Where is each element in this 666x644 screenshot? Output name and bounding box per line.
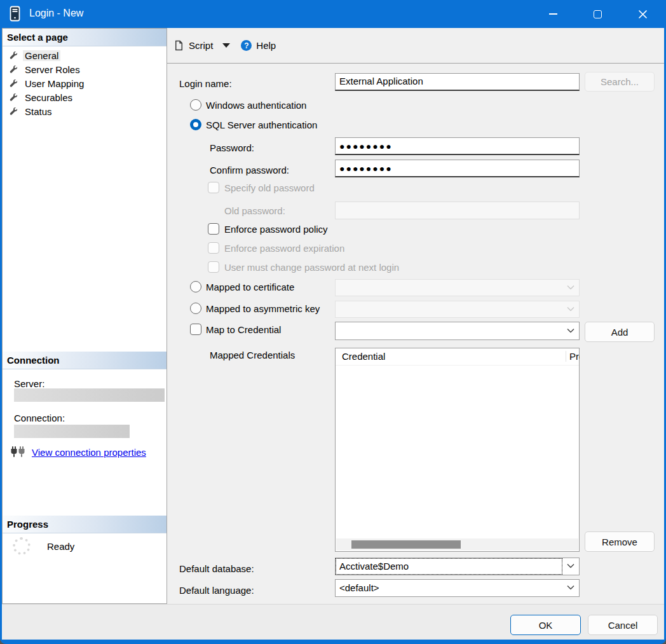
old-password-label: Old password:	[224, 205, 285, 216]
asymmetric-key-select[interactable]	[335, 301, 580, 318]
toolbar: Script ? Help	[167, 28, 664, 64]
maximize-button[interactable]	[583, 0, 612, 28]
cancel-button[interactable]: Cancel	[588, 615, 658, 635]
sidebar-item-status[interactable]: Status	[3, 104, 166, 118]
sql-server-authentication-radio[interactable]	[190, 119, 201, 130]
scrollbar-thumb[interactable]	[351, 540, 461, 549]
horizontal-scrollbar[interactable]	[336, 538, 578, 551]
mapped-to-asymmetric-key-radio[interactable]	[190, 303, 201, 314]
connection-value-redacted	[14, 425, 130, 438]
mapped-credentials-label: Mapped Credentials	[210, 350, 295, 360]
mapped-to-asymmetric-key-label: Mapped to asymmetric key	[206, 303, 320, 314]
minimize-button[interactable]	[538, 0, 567, 28]
windows-authentication-label: Windows authentication	[206, 100, 306, 111]
maximize-icon	[594, 10, 602, 18]
chevron-down-icon	[567, 563, 574, 569]
progress-header: Progress	[3, 516, 166, 533]
password-label: Password:	[210, 142, 254, 153]
confirm-password-label: Confirm password:	[210, 165, 289, 175]
enforce-password-expiration-checkbox[interactable]	[208, 242, 219, 254]
sidebar-item-general[interactable]: General	[3, 48, 166, 62]
sidebar-item-label: Status	[23, 106, 54, 117]
progress-status: Ready	[47, 541, 74, 552]
chevron-down-icon	[567, 306, 574, 312]
provider-column-header[interactable]: Pro	[566, 351, 580, 362]
default-database-label: Default database:	[179, 563, 254, 574]
server-label: Server:	[14, 378, 44, 389]
old-password-input[interactable]	[335, 202, 580, 219]
ok-button[interactable]: OK	[510, 615, 581, 635]
sidebar-item-label: Server Roles	[23, 64, 82, 75]
windows-authentication-radio[interactable]	[190, 99, 201, 111]
add-button[interactable]: Add	[585, 322, 655, 342]
default-database-select[interactable]: Acctivate$Demo	[335, 558, 580, 575]
search-button[interactable]: Search...	[585, 72, 655, 92]
minimize-icon	[549, 13, 557, 15]
close-button[interactable]	[628, 0, 657, 28]
chevron-down-icon	[567, 328, 574, 334]
chevron-down-icon	[567, 285, 574, 291]
sidebar-item-securables[interactable]: Securables	[3, 90, 166, 104]
script-icon	[173, 40, 184, 51]
connection-properties-icon	[10, 446, 25, 460]
wrench-icon	[9, 107, 18, 116]
mapped-to-certificate-radio[interactable]	[190, 281, 201, 292]
credential-select[interactable]	[335, 322, 580, 340]
sql-server-authentication-label: SQL Server authentication	[206, 120, 317, 130]
enforce-password-expiration-label: Enforce password expiration	[224, 243, 344, 254]
sidebar-item-label: User Mapping	[23, 78, 86, 89]
sidebar-item-server-roles[interactable]: Server Roles	[3, 62, 166, 76]
credentials-list-header: Credential Pro	[336, 348, 579, 366]
remove-button[interactable]: Remove	[585, 531, 655, 552]
view-connection-properties-link[interactable]: View connection properties	[32, 447, 146, 458]
specify-old-password-checkbox[interactable]	[208, 182, 219, 193]
map-to-credential-checkbox[interactable]	[190, 324, 201, 335]
progress-spinner-icon	[13, 537, 31, 555]
select-a-page-header: Select a page	[3, 29, 166, 46]
connection-label: Connection:	[14, 413, 65, 423]
script-button[interactable]: Script	[189, 40, 213, 51]
specify-old-password-label: Specify old password	[224, 182, 315, 193]
sidebar: Select a page General Server Roles User …	[2, 28, 167, 604]
login-new-dialog: Login - New Select a page General Server…	[0, 0, 666, 644]
titlebar: Login - New	[0, 0, 666, 28]
server-value-redacted	[14, 388, 165, 402]
login-name-input[interactable]: External Application	[335, 73, 580, 91]
user-must-change-password-checkbox[interactable]	[208, 261, 219, 273]
map-to-credential-label: Map to Credential	[206, 324, 281, 335]
sidebar-item-user-mapping[interactable]: User Mapping	[3, 76, 166, 90]
default-language-label: Default language:	[179, 585, 254, 596]
main-content: Script ? Help Login name: External Appli…	[167, 28, 664, 604]
script-dropdown-icon[interactable]	[222, 43, 230, 48]
default-language-select[interactable]: <default>	[335, 579, 580, 597]
mapped-to-certificate-label: Mapped to certificate	[206, 282, 294, 292]
help-button[interactable]: Help	[256, 40, 276, 51]
user-must-change-password-label: User must change password at next login	[224, 262, 399, 273]
wrench-icon	[9, 93, 18, 102]
confirm-password-input[interactable]: ●●●●●●●●	[335, 160, 580, 177]
sidebar-item-label: Securables	[23, 92, 74, 103]
close-icon	[638, 10, 648, 19]
help-icon: ?	[241, 40, 252, 51]
wrench-icon	[9, 79, 18, 88]
server-login-icon	[8, 6, 22, 24]
certificate-select[interactable]	[335, 279, 580, 296]
credential-column-header[interactable]: Credential	[342, 351, 385, 362]
mapped-credentials-list[interactable]: Credential Pro	[335, 348, 580, 552]
enforce-password-policy-checkbox[interactable]	[208, 223, 219, 235]
sidebar-item-label: General	[23, 50, 60, 61]
wrench-icon	[9, 65, 18, 74]
login-name-label: Login name:	[179, 78, 232, 89]
dialog-footer: OK Cancel	[2, 604, 664, 640]
wrench-icon	[9, 51, 18, 60]
connection-header: Connection	[3, 352, 166, 369]
chevron-down-icon	[567, 585, 574, 591]
enforce-password-policy-label: Enforce password policy	[224, 224, 328, 235]
window-title: Login - New	[29, 8, 83, 19]
password-input[interactable]: ●●●●●●●●	[335, 137, 580, 155]
